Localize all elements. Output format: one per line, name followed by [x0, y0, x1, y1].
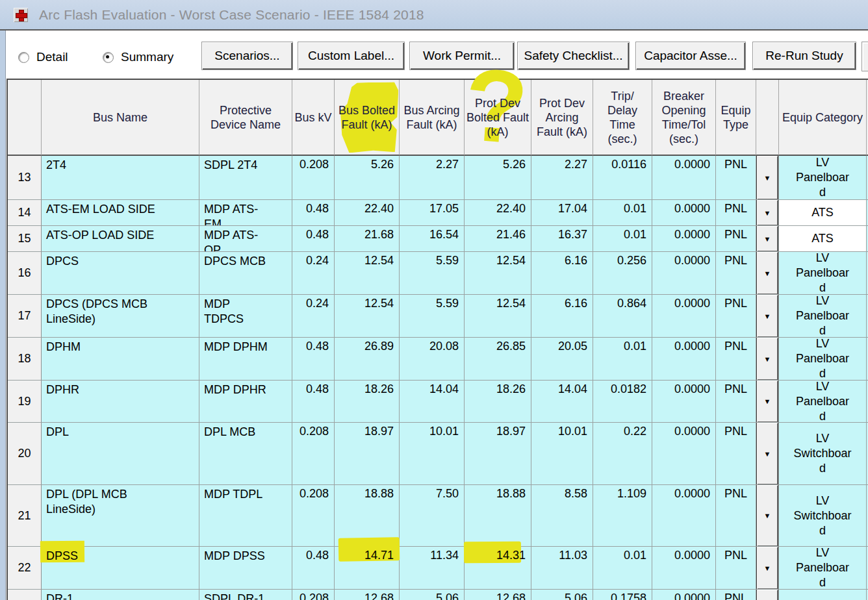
equip-category-cell[interactable]: LV Panelboard: [779, 547, 867, 590]
bus-kv-cell[interactable]: 0.48: [292, 547, 335, 590]
pd-bolted-fault-cell[interactable]: 18.26: [465, 381, 531, 423]
row-number-cell[interactable]: 18: [8, 338, 42, 381]
equip-type-dropdown[interactable]: ▼: [756, 226, 779, 252]
bus-kv-cell[interactable]: 0.208: [292, 423, 335, 485]
equip-type-dropdown[interactable]: ▼: [756, 485, 779, 547]
chevron-down-icon[interactable]: ▼: [756, 226, 778, 251]
equip-type-cell[interactable]: PNL: [716, 295, 756, 338]
bus-name-cell[interactable]: DR-1: [42, 590, 199, 600]
equip-type-dropdown[interactable]: ▼: [756, 547, 779, 590]
bus-bolted-fault-cell[interactable]: 21.68: [335, 226, 400, 252]
equip-type-cell[interactable]: PNL: [716, 590, 756, 600]
equip-category-cell[interactable]: LV Panelboard: [779, 156, 867, 200]
pd-arcing-fault-cell[interactable]: 11.03: [531, 547, 593, 590]
bus-bolted-fault-cell[interactable]: 12.54: [335, 295, 400, 338]
radio-detail-circle[interactable]: [18, 52, 29, 63]
row-number-cell[interactable]: 20: [8, 423, 42, 485]
protective-device-cell[interactable]: MDP TDPL: [199, 485, 292, 547]
work-permit-button[interactable]: Work Permit...: [409, 42, 515, 70]
equip-category-cell[interactable]: LV Panelboard: [779, 338, 867, 381]
equip-type-cell[interactable]: PNL: [716, 423, 756, 485]
row-number-cell[interactable]: 14: [8, 200, 42, 226]
chevron-down-icon[interactable]: ▼: [756, 200, 778, 225]
bus-kv-cell[interactable]: 0.24: [292, 295, 335, 338]
chevron-down-icon[interactable]: ▼: [756, 423, 778, 484]
trip-delay-time-cell[interactable]: 0.22: [593, 423, 652, 485]
bus-name-cell[interactable]: DPHM: [42, 338, 199, 381]
pd-arcing-fault-cell[interactable]: 8.58: [531, 485, 593, 547]
trip-delay-time-cell[interactable]: 1.109: [593, 485, 652, 547]
radio-summary[interactable]: Summary: [103, 50, 173, 64]
bus-bolted-fault-cell[interactable]: 12.68: [335, 590, 400, 600]
pd-arcing-fault-cell[interactable]: 2.27: [531, 156, 593, 200]
bus-name-cell[interactable]: ATS-OP LOAD SIDE: [42, 226, 199, 252]
breaker-opening-cell[interactable]: 0.0000: [652, 200, 716, 226]
pd-arcing-fault-cell[interactable]: 14.04: [531, 381, 593, 423]
pd-bolted-fault-cell[interactable]: 18.88: [465, 485, 531, 547]
pd-bolted-fault-cell[interactable]: 26.85: [465, 338, 531, 381]
row-number-cell[interactable]: [8, 590, 42, 600]
equip-category-cell[interactable]: LV Panelboard: [779, 252, 867, 295]
protective-device-cell[interactable]: MDP DPHM: [199, 338, 292, 381]
chevron-down-icon[interactable]: ▼: [756, 381, 778, 422]
bus-arcing-fault-cell[interactable]: 2.27: [400, 156, 465, 200]
bus-arcing-fault-cell[interactable]: 14.04: [400, 381, 465, 423]
equip-category-cell[interactable]: LV Panelboard: [779, 381, 867, 423]
pd-arcing-fault-cell[interactable]: 6.16: [531, 252, 593, 295]
trip-delay-time-cell[interactable]: 0.01: [593, 226, 652, 252]
bus-name-cell[interactable]: 2T4: [42, 156, 199, 200]
trip-delay-time-cell[interactable]: 0.0182: [593, 381, 652, 423]
pd-arcing-fault-cell[interactable]: 6.16: [531, 295, 593, 338]
row-number-cell[interactable]: 13: [8, 156, 42, 200]
chevron-down-icon[interactable]: ▼: [756, 547, 778, 589]
equip-category-cell[interactable]: LV Switchboard: [779, 423, 867, 485]
chevron-down-icon[interactable]: ▼: [756, 295, 778, 337]
trip-delay-time-cell[interactable]: 0.01: [593, 338, 652, 381]
bus-arcing-fault-cell[interactable]: 5.59: [400, 252, 465, 295]
bus-bolted-fault-cell[interactable]: 26.89: [335, 338, 400, 381]
chevron-down-icon[interactable]: ▼: [756, 338, 778, 380]
pd-arcing-fault-cell[interactable]: 16.37: [531, 226, 593, 252]
equip-category-cell[interactable]: ATS: [779, 200, 867, 226]
breaker-opening-cell[interactable]: 0.0000: [652, 547, 716, 590]
breaker-opening-cell[interactable]: 0.0000: [652, 252, 716, 295]
equip-type-cell[interactable]: PNL: [716, 485, 756, 547]
equip-type-dropdown[interactable]: ▼: [756, 295, 779, 338]
bus-kv-cell[interactable]: 0.48: [292, 200, 335, 226]
protective-device-cell[interactable]: MDP DPSS: [199, 547, 292, 590]
protective-device-cell[interactable]: DPL MCB: [199, 423, 292, 485]
rerun-study-button[interactable]: Re-Run Study: [752, 42, 856, 70]
radio-detail[interactable]: Detail: [18, 50, 68, 64]
bus-arcing-fault-cell[interactable]: 20.08: [400, 338, 465, 381]
chevron-down-icon[interactable]: ▼: [756, 590, 778, 600]
pd-bolted-fault-cell[interactable]: 18.97: [465, 423, 531, 485]
pd-arcing-fault-cell[interactable]: 17.04: [531, 200, 593, 226]
equip-type-dropdown[interactable]: ▼: [756, 156, 779, 200]
equip-type-cell[interactable]: PNL: [716, 338, 756, 381]
breaker-opening-cell[interactable]: 0.0000: [652, 423, 716, 485]
row-number-cell[interactable]: 15: [8, 226, 42, 252]
bus-bolted-fault-cell[interactable]: 18.26: [335, 381, 400, 423]
equip-type-dropdown[interactable]: ▼: [756, 381, 779, 423]
trip-delay-time-cell[interactable]: 0.256: [593, 252, 652, 295]
bus-bolted-fault-cell[interactable]: 22.40: [335, 200, 400, 226]
equip-type-dropdown[interactable]: ▼: [756, 590, 779, 600]
scenarios-button[interactable]: Scenarios...: [201, 42, 293, 70]
bus-name-cell[interactable]: DPL: [42, 423, 199, 485]
protective-device-cell[interactable]: DPCS MCB: [199, 252, 292, 295]
radio-summary-circle[interactable]: [103, 52, 114, 63]
equip-category-cell[interactable]: ATS: [779, 226, 867, 252]
equip-category-cell[interactable]: LV Panelboard: [779, 295, 867, 338]
equip-type-dropdown[interactable]: ▼: [756, 423, 779, 485]
bus-kv-cell[interactable]: 0.48: [292, 381, 335, 423]
trip-delay-time-cell[interactable]: 0.01: [593, 547, 652, 590]
capacitor-assessment-button[interactable]: Capacitor Asse...: [635, 42, 746, 70]
equip-category-cell[interactable]: LV Switchboard: [779, 485, 867, 547]
chevron-down-icon[interactable]: ▼: [756, 485, 778, 546]
trip-delay-time-cell[interactable]: 0.1758: [593, 590, 652, 600]
pd-arcing-fault-cell[interactable]: 10.01: [531, 423, 593, 485]
bus-kv-cell[interactable]: 0.48: [292, 226, 335, 252]
bus-bolted-fault-cell[interactable]: 18.88: [335, 485, 400, 547]
pd-bolted-fault-cell[interactable]: 14.31: [465, 547, 531, 590]
protective-device-cell[interactable]: MDP ATS-OP: [199, 226, 292, 252]
